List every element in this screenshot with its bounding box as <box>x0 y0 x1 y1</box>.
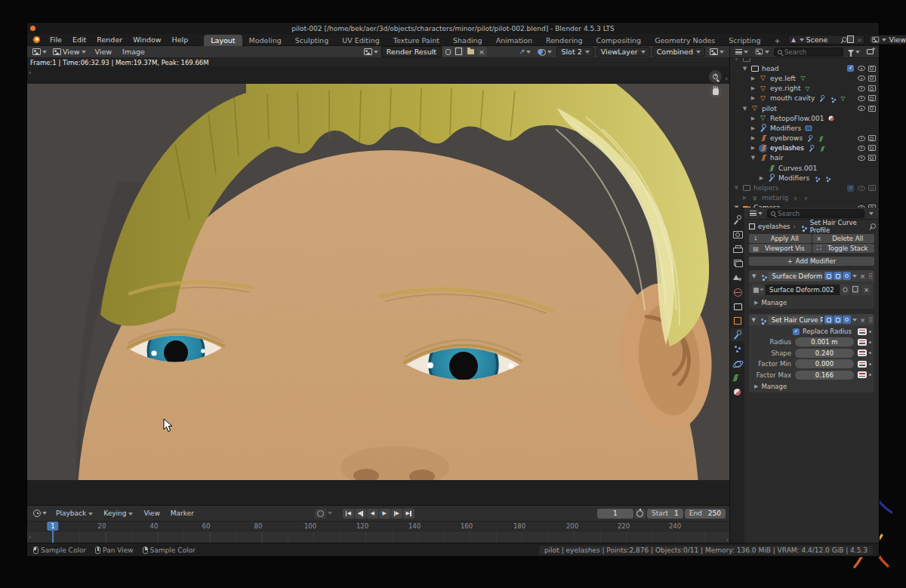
expander-icon[interactable]: ▶ <box>750 115 757 122</box>
outliner-row-curves-001[interactable]: Curves.001 <box>730 163 879 173</box>
outliner-row-pilot[interactable]: ▼pilot <box>730 103 879 113</box>
render-toggle[interactable] <box>843 272 851 280</box>
channels-expand-icon[interactable]: › <box>29 534 31 540</box>
realtime-toggle[interactable] <box>834 272 842 280</box>
properties-tab-modifier[interactable] <box>730 328 744 341</box>
pass-select[interactable]: Combined <box>652 47 705 57</box>
eye-toggle-icon[interactable] <box>857 74 865 82</box>
field-value[interactable]: 0.240 <box>795 349 854 358</box>
replace-radius-checkbox[interactable] <box>793 328 800 335</box>
eye-toggle-icon[interactable] <box>857 94 865 103</box>
editor-type-dropdown[interactable] <box>30 48 49 56</box>
blender-logo-icon[interactable] <box>31 35 42 44</box>
properties-tab-world[interactable] <box>730 285 744 298</box>
mode-dropdown[interactable]: View <box>51 47 88 57</box>
copy-button[interactable] <box>850 285 861 295</box>
properties-tab-data[interactable] <box>730 371 744 384</box>
visibility-checkbox[interactable] <box>847 185 854 192</box>
window-titlebar[interactable]: pilot-002 [/home/bek/aer/3d/objects/char… <box>27 23 879 34</box>
extras-dropdown-icon[interactable] <box>852 319 857 322</box>
unlink-image-button[interactable]: × <box>476 47 487 57</box>
fake-user-button[interactable] <box>840 285 850 295</box>
edit-mode-toggle[interactable] <box>824 272 833 280</box>
properties-tab-material[interactable] <box>730 386 744 399</box>
outliner-row-mouth-cavity[interactable]: ▶mouth cavity <box>730 94 879 103</box>
node-socket-icon[interactable] <box>858 371 867 378</box>
camera-toggle-icon[interactable] <box>867 154 876 162</box>
scene-selector[interactable]: Scene × <box>787 35 866 45</box>
image-viewport[interactable]: Frame:1 | Time:06:32.93 | Mem:19.37M, Pe… <box>27 58 729 505</box>
eye-toggle-icon[interactable] <box>857 204 865 208</box>
field-value[interactable]: 0.000 <box>795 359 854 368</box>
outliner-row-eye-right[interactable]: ▶eye.right <box>730 84 879 94</box>
modifier-panel-header[interactable]: ▼ Set Hair Curve P... × ⣿ <box>749 314 874 325</box>
properties-tab-scene[interactable] <box>730 271 744 284</box>
expander-icon[interactable]: ▶ <box>750 95 757 101</box>
field-value[interactable]: 0.001 m <box>795 337 854 346</box>
manage-subpanel[interactable]: ▶Manage <box>749 380 874 393</box>
menu-file[interactable]: File <box>45 35 67 45</box>
workspace-tab-uv-editing[interactable]: UV Editing <box>335 35 387 46</box>
menu-image[interactable]: Image <box>117 47 150 57</box>
expander-icon[interactable]: ▶ <box>750 75 757 82</box>
menu-edit[interactable]: Edit <box>67 35 91 45</box>
expander-icon[interactable]: ▼ <box>750 155 757 161</box>
end-frame-field[interactable]: End250 <box>685 509 726 519</box>
open-image-button[interactable] <box>465 47 476 57</box>
new-image-button[interactable] <box>454 47 464 57</box>
animate-dot-icon[interactable] <box>869 331 871 333</box>
zoom-gizmo[interactable] <box>709 70 722 83</box>
options-dropdown-icon[interactable] <box>869 212 874 215</box>
camera-toggle-icon[interactable] <box>867 184 876 192</box>
workspace-tab-geometry-nodes[interactable]: Geometry Nodes <box>648 35 722 46</box>
slot-select[interactable]: Slot 2 <box>556 47 593 57</box>
unlink-button[interactable]: × <box>861 285 871 295</box>
editor-type-dropdown[interactable] <box>31 509 49 518</box>
collapse-icon[interactable]: ▼ <box>751 273 757 279</box>
properties-tab-viewlayer[interactable] <box>730 257 744 269</box>
drag-handle[interactable]: ⣿ <box>868 272 872 279</box>
use-preview-range-button[interactable] <box>635 509 646 519</box>
viewport-vis-button[interactable]: ▤Viewport Vis <box>749 244 812 253</box>
expander-icon[interactable]: ▶ <box>750 85 757 91</box>
realtime-toggle[interactable] <box>834 316 842 324</box>
unlink-scene-icon[interactable]: × <box>856 35 862 44</box>
timeline-menu-keying[interactable]: Keying <box>98 509 138 518</box>
timeline-menu-view[interactable]: View <box>138 509 165 518</box>
display-mode-dropdown[interactable] <box>753 48 772 56</box>
editor-type-dropdown[interactable] <box>733 48 750 55</box>
next-keyframe-button[interactable]: ▶ <box>391 509 402 519</box>
camera-toggle-icon[interactable] <box>867 85 876 93</box>
animate-dot-icon[interactable] <box>869 352 871 354</box>
expander-icon[interactable]: ▶ <box>750 145 757 151</box>
outliner-row-eyebrows[interactable]: ▶eyebrows <box>730 134 879 143</box>
add-modifier-button[interactable]: +Add Modifier <box>749 257 874 266</box>
workspace-tab-modeling[interactable]: Modeling <box>242 35 288 46</box>
viewlayer-name[interactable]: ViewLayer <box>889 35 906 44</box>
timeline-menu-marker[interactable]: Marker <box>165 509 199 518</box>
timeline-ruler[interactable]: 20406080100120140160180200220240 <box>27 522 729 531</box>
prev-keyframe-button[interactable]: ◀ <box>355 509 366 519</box>
properties-search[interactable] <box>767 209 864 218</box>
toolbar-expand-icon[interactable]: › <box>29 69 32 76</box>
manage-subpanel[interactable]: ▶Manage <box>749 297 874 309</box>
sidebar-collapse-icon[interactable]: ‹ <box>726 537 729 543</box>
workspace-tab-scripting[interactable]: Scripting <box>722 35 767 46</box>
layer-select[interactable]: ViewLayer <box>596 47 650 57</box>
scene-name[interactable]: Scene <box>806 35 839 44</box>
properties-tab-collection[interactable] <box>730 300 744 312</box>
outliner-row-head[interactable]: ▼head <box>730 63 879 73</box>
eye-toggle-icon[interactable] <box>857 85 865 93</box>
overlays-toggle[interactable] <box>535 48 554 56</box>
image-browse-dropdown[interactable] <box>362 48 381 56</box>
eye-toggle-icon[interactable] <box>857 134 865 143</box>
auto-keying-button[interactable] <box>315 509 326 519</box>
workspace-tab-rendering[interactable]: Rendering <box>539 35 590 46</box>
workspace-tab-compositing[interactable]: Compositing <box>590 35 649 46</box>
animate-dot-icon[interactable] <box>869 374 871 376</box>
workspace-tab-texture-paint[interactable]: Texture Paint <box>387 35 446 46</box>
extras-dropdown-icon[interactable] <box>852 275 857 278</box>
outliner-row-helpers[interactable]: ▼helpers <box>730 183 879 192</box>
jump-to-end-button[interactable]: ▶ <box>403 509 414 519</box>
outliner-search[interactable] <box>774 48 843 57</box>
